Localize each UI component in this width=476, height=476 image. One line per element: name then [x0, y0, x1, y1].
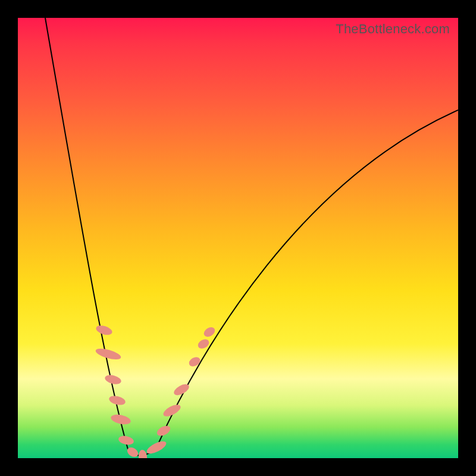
data-marker [155, 424, 172, 438]
data-marker [95, 346, 122, 362]
watermark-text: TheBottleneck.com [336, 21, 450, 37]
plot-area: TheBottleneck.com [18, 18, 458, 458]
data-marker [162, 402, 183, 418]
markers-group [95, 324, 217, 458]
data-marker [108, 394, 127, 406]
data-marker [202, 325, 217, 339]
data-marker [187, 355, 202, 368]
chart-frame: TheBottleneck.com [0, 0, 476, 476]
data-marker [95, 324, 114, 337]
data-marker [138, 449, 148, 458]
curve-path [45, 18, 458, 455]
data-marker [118, 434, 134, 446]
chart-svg [18, 18, 458, 458]
data-marker [104, 374, 123, 386]
